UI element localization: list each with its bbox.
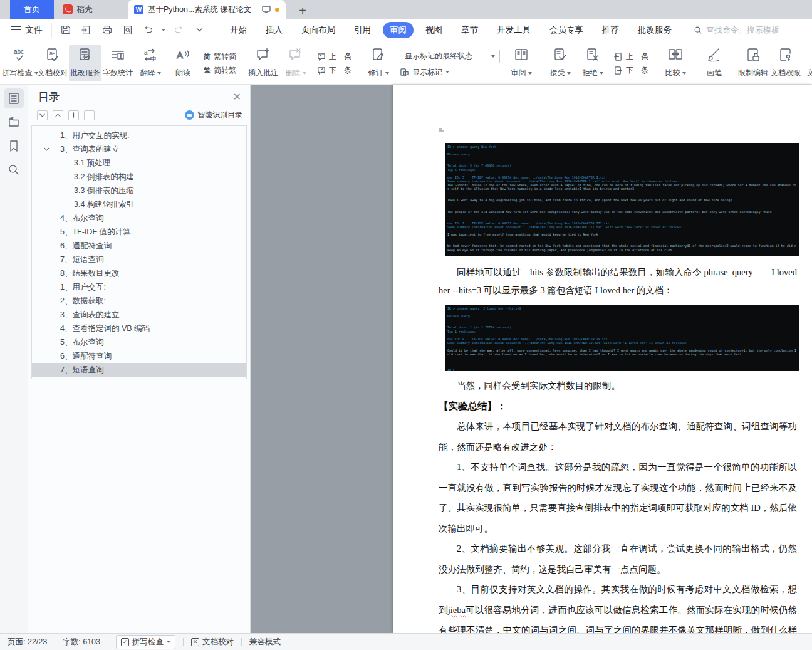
correction-service-button[interactable]: 批改服务 [69, 45, 102, 81]
review-pane-button[interactable]: 审阅 [505, 45, 538, 81]
trad-to-simp-button[interactable]: 简 繁转简 [204, 51, 236, 62]
show-markup-button[interactable]: 显示标记 [400, 67, 500, 78]
redo-button[interactable] [171, 23, 186, 38]
undo-dropdown-caret[interactable] [162, 29, 165, 31]
undo-button[interactable] [141, 23, 156, 38]
next-comment-label: 下一条 [329, 65, 351, 76]
menu-tab[interactable]: 会员专享 [543, 22, 590, 38]
collapse-all-button[interactable] [53, 110, 63, 120]
restrict-edit-button[interactable]: 限制编辑 [737, 45, 769, 81]
insert-comment-button[interactable]: 插入批注 [247, 45, 279, 81]
translate-button[interactable]: a中 翻译 [134, 45, 167, 81]
save-button[interactable] [58, 23, 73, 38]
menu-tab[interactable]: 审阅 [383, 22, 414, 38]
next-comment-icon [316, 66, 326, 75]
sync-screen-icon[interactable] [262, 6, 271, 13]
file-menu-button[interactable]: 文件 [0, 24, 51, 36]
compat-mode-indicator: 兼容模式 [249, 637, 281, 647]
markup-state-select[interactable]: 显示标记的最终状态 [400, 50, 500, 63]
outline-icon [8, 92, 20, 105]
smart-toc-button[interactable]: 智能识别目录 [185, 110, 242, 120]
tab-docer[interactable]: 稻壳 [54, 0, 107, 19]
expand-all-button[interactable] [37, 110, 48, 120]
menu-tab[interactable]: 页面布局 [294, 22, 342, 38]
tab-home[interactable]: 首页 [10, 0, 54, 19]
accept-button[interactable]: 接受 [544, 45, 576, 81]
toc-panel: 目录 ✕ 智能识别目录 1、用户交互的实现: 3、查询 [28, 85, 251, 633]
close-icon[interactable]: ✕ [233, 91, 241, 103]
find-panel-button[interactable] [4, 160, 24, 180]
hamburger-icon [11, 26, 21, 33]
terminal-line: IR > [447, 368, 796, 372]
read-aloud-button[interactable]: A 朗读 [167, 45, 199, 81]
simp-to-trad-button[interactable]: 繁 简转繁 [204, 65, 236, 76]
toc-item[interactable]: 8、结果数目更改 [32, 266, 246, 280]
toc-item[interactable]: 4、布尔查询 [32, 211, 246, 225]
bookmark-panel-button[interactable] [4, 136, 24, 156]
document-page[interactable]: IR > phrase_query New YorkPhrase query.T… [393, 85, 812, 633]
toc-item[interactable]: 3.1 预处理 [32, 156, 246, 170]
status-doc-proof-button[interactable]: ✕ 文档校对 [191, 637, 234, 647]
menu-tab[interactable]: 开始 [223, 22, 254, 38]
status-divider [108, 638, 108, 646]
toc-item[interactable]: 6、通配符查询 [32, 349, 246, 363]
new-tab-button[interactable]: + [294, 3, 311, 19]
toc-item[interactable]: 3.2 倒排表的构建 [32, 170, 246, 184]
customize-toolbar-chevron-icon[interactable] [192, 23, 207, 38]
menu-tab[interactable]: 视图 [419, 22, 449, 38]
export-button[interactable] [79, 23, 94, 38]
compare-button[interactable]: 比较 [659, 45, 692, 81]
toc-item[interactable]: 6、通配符查询 [32, 239, 246, 253]
menu-tab[interactable]: 批改服务 [631, 22, 679, 38]
track-changes-label: 修订 [368, 68, 383, 78]
menu-tab[interactable]: 推荐 [595, 22, 626, 38]
menu-tab[interactable]: 章节 [454, 22, 485, 38]
toc-item[interactable]: 3、查询表的建立 [32, 142, 246, 156]
doc-permission-button[interactable]: 文档权限 [769, 45, 802, 81]
outline-panel-button[interactable] [4, 88, 24, 108]
menu-tab[interactable]: 引用 [347, 22, 378, 38]
tab-document[interactable]: W 基于Python...索系统 课程论文 [128, 0, 286, 19]
menu-tab[interactable]: 开发工具 [490, 22, 538, 38]
print-button[interactable] [100, 23, 115, 38]
status-spell-check-button[interactable]: ✓ 拼写检查 [116, 635, 175, 649]
zoom-in-level-button[interactable] [68, 110, 79, 120]
doc-auth-button[interactable]: 文档认 [802, 45, 812, 81]
toc-item[interactable]: 2、数据获取: [32, 294, 246, 308]
toc-item[interactable]: 7、短语查询 [32, 363, 246, 377]
track-changes-button[interactable]: 修订 [362, 45, 395, 81]
toc-item[interactable]: 5、布尔查询 [32, 335, 246, 349]
prev-comment-button[interactable]: 上一条 [316, 51, 351, 62]
word-count-button[interactable]: 字数统计 [102, 45, 134, 81]
brush-button[interactable]: 画笔 [698, 45, 731, 81]
markup-group: 显示标记的最终状态 显示标记 [395, 45, 505, 81]
toc-item[interactable]: 1、用户交互: [32, 280, 246, 294]
command-search[interactable]: 查找命令、搜索模板 [694, 24, 779, 36]
zoom-out-level-button[interactable] [84, 110, 95, 120]
toc-item[interactable]: 3.4 构建轮排索引 [32, 197, 246, 211]
terminal-screenshot-1: IR > phrase_query New YorkPhrase query.T… [445, 143, 799, 256]
next-change-button[interactable]: 下一条 [613, 65, 648, 76]
toc-item-label: 3、查询表的建立 [53, 144, 119, 155]
menu-tab[interactable]: 插入 [259, 22, 289, 38]
prev-change-button[interactable]: 上一条 [613, 51, 648, 62]
doc-proof-button[interactable]: a- 文档校对 [36, 45, 69, 81]
word-count-indicator[interactable]: 字数: 6103 [63, 637, 100, 647]
toc-item[interactable]: 7、短语查询 [32, 253, 246, 266]
reject-button[interactable]: 拒绝 [576, 45, 609, 81]
toc-item-label: 7、短语查询 [53, 254, 103, 265]
status-spell-check-caret[interactable] [167, 641, 170, 643]
delete-comment-button[interactable]: 删除 [279, 45, 312, 81]
toc-item[interactable]: 1、用户交互的实现: [32, 128, 246, 142]
chevron-down-icon[interactable] [41, 144, 51, 154]
toc-item[interactable]: 3、查询表的建立 [32, 308, 246, 322]
next-comment-button[interactable]: 下一条 [316, 65, 351, 76]
toc-item[interactable]: 5、TF-IDF 值的计算 [32, 225, 246, 239]
print-preview-button[interactable] [120, 23, 135, 38]
toc-item[interactable]: 3.3 倒排表的压缩 [32, 184, 246, 197]
page-indicator[interactable]: 页面: 22/23 [8, 637, 47, 647]
spell-check-button[interactable]: abc 拼写检查 [4, 45, 36, 81]
toc-item[interactable]: 4、查看指定词的 VB 编码 [32, 322, 246, 335]
toc-list: 1、用户交互的实现: 3、查询表的建立 3.1 预处理 3.2 倒排表的构建 [31, 125, 247, 379]
comment-panel-button[interactable] [4, 112, 24, 132]
